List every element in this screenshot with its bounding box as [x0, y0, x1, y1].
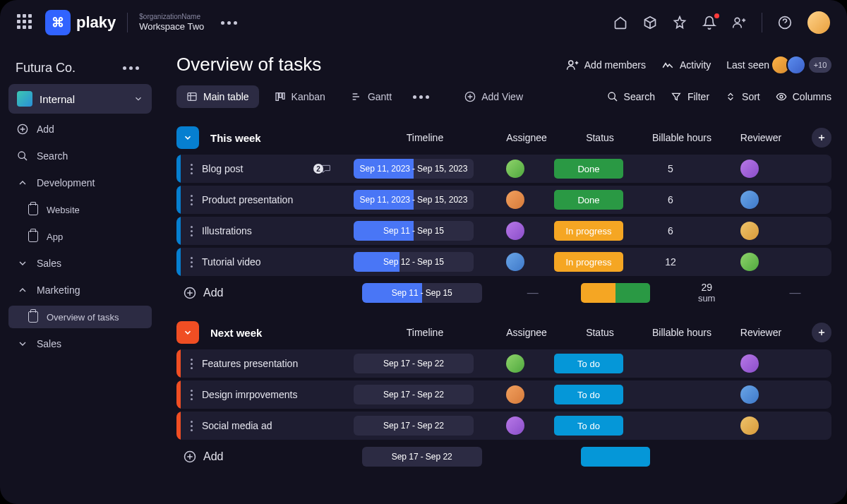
- task-hours[interactable]: 12: [628, 256, 713, 268]
- activity-button[interactable]: Activity: [661, 59, 711, 71]
- task-name[interactable]: Blog post2: [202, 163, 346, 174]
- task-assignee[interactable]: [481, 416, 549, 435]
- task-reviewer[interactable]: [713, 222, 786, 240]
- avatar-stack[interactable]: +10: [775, 55, 831, 75]
- task-timeline[interactable]: Sep 17-Sep 22: [346, 416, 481, 436]
- search-button[interactable]: Search: [607, 91, 655, 102]
- columns-button[interactable]: Columns: [776, 91, 831, 102]
- bell-icon[interactable]: [702, 16, 716, 30]
- task-status[interactable]: Done: [549, 190, 628, 210]
- task-hours[interactable]: 5: [628, 163, 713, 174]
- star-icon[interactable]: [673, 16, 687, 30]
- tab-main-table[interactable]: Main table: [176, 85, 259, 108]
- comment-indicator[interactable]: 2: [313, 163, 332, 174]
- task-assignee[interactable]: [481, 191, 549, 209]
- task-timeline[interactable]: Sep 11, 2023-Sep 15, 2023: [346, 159, 481, 179]
- col-reviewer[interactable]: Reviewer: [724, 132, 798, 143]
- task-name[interactable]: Tutorial video: [202, 256, 346, 268]
- task-assignee[interactable]: [481, 385, 549, 404]
- row-menu-icon[interactable]: [181, 419, 202, 432]
- task-row[interactable]: Tutorial video Sep 12-Sep 15 In progress…: [176, 248, 831, 276]
- task-name[interactable]: Product presentation: [202, 194, 346, 205]
- task-reviewer[interactable]: [713, 385, 786, 404]
- group-toggle[interactable]: [176, 321, 199, 344]
- user-avatar[interactable]: [807, 11, 830, 34]
- task-status[interactable]: To do: [549, 385, 628, 404]
- task-hours[interactable]: 6: [628, 225, 713, 236]
- tab-gantt[interactable]: Gantt: [341, 85, 402, 108]
- sidebar-add[interactable]: Add: [8, 118, 152, 140]
- row-menu-icon[interactable]: [181, 193, 202, 206]
- task-hours[interactable]: 6: [628, 194, 713, 205]
- task-timeline[interactable]: Sep 11, 2023-Sep 15, 2023: [346, 190, 481, 210]
- add-column-button[interactable]: [812, 323, 831, 342]
- task-reviewer[interactable]: [713, 416, 786, 435]
- task-name[interactable]: Social media ad: [202, 420, 346, 431]
- task-status[interactable]: Done: [549, 159, 628, 179]
- more-icon[interactable]: [215, 16, 243, 30]
- sidebar-section-sales-2[interactable]: Sales: [8, 332, 152, 355]
- task-status[interactable]: To do: [549, 354, 628, 373]
- task-row[interactable]: Features presentation Sep 17-Sep 22 To d…: [176, 349, 831, 378]
- task-row[interactable]: Blog post2 Sep 11, 2023-Sep 15, 2023 Don…: [176, 155, 831, 183]
- col-status[interactable]: Status: [560, 327, 639, 338]
- group-name[interactable]: Next week: [210, 327, 346, 339]
- task-name[interactable]: Features presentation: [202, 358, 346, 369]
- task-row[interactable]: Product presentation Sep 11, 2023-Sep 15…: [176, 186, 831, 214]
- task-name[interactable]: Illustrations: [202, 225, 346, 236]
- invite-icon[interactable]: [732, 16, 746, 30]
- row-menu-icon[interactable]: [181, 224, 202, 237]
- col-hours[interactable]: Billable hours: [639, 132, 724, 143]
- row-menu-icon[interactable]: [181, 256, 202, 268]
- task-status[interactable]: To do: [549, 416, 628, 436]
- sidebar-section-sales[interactable]: Sales: [8, 252, 152, 275]
- task-reviewer[interactable]: [713, 354, 786, 373]
- group-toggle[interactable]: [176, 126, 199, 149]
- tab-kanban[interactable]: Kanban: [265, 85, 335, 108]
- add-task-button[interactable]: Add: [176, 287, 344, 299]
- add-view-button[interactable]: Add View: [455, 85, 533, 108]
- row-menu-icon[interactable]: [181, 388, 202, 401]
- task-name[interactable]: Design imrpovements: [202, 389, 346, 400]
- sort-button[interactable]: Sort: [725, 91, 760, 102]
- task-row[interactable]: Social media ad Sep 17-Sep 22 To do: [176, 412, 831, 440]
- row-menu-icon[interactable]: [181, 162, 202, 175]
- task-timeline[interactable]: Sep 11-Sep 15: [346, 221, 481, 241]
- task-assignee[interactable]: [481, 160, 549, 178]
- workspace-dropdown[interactable]: Internal: [8, 84, 152, 114]
- col-assignee[interactable]: Assignee: [493, 327, 560, 338]
- task-reviewer[interactable]: [713, 160, 786, 178]
- sidebar-item-overview-of-tasks[interactable]: Overview of tasks: [8, 306, 152, 328]
- sidebar-section-marketing[interactable]: Marketing: [8, 279, 152, 301]
- apps-icon[interactable]: [17, 14, 34, 31]
- col-timeline[interactable]: Timeline: [357, 132, 493, 143]
- logo[interactable]: ⌘ plaky: [45, 10, 116, 35]
- task-reviewer[interactable]: [713, 191, 786, 209]
- sidebar-item-app[interactable]: App: [8, 225, 152, 248]
- box-icon[interactable]: [643, 16, 657, 30]
- workspace-selector[interactable]: $organizationName Workspace Two: [139, 13, 204, 32]
- task-row[interactable]: Illustrations Sep 11-Sep 15 In progress …: [176, 217, 831, 245]
- task-timeline[interactable]: Sep 12-Sep 15: [346, 252, 481, 272]
- task-timeline[interactable]: Sep 17-Sep 22: [346, 354, 481, 373]
- add-task-button[interactable]: Add: [176, 450, 344, 463]
- col-reviewer[interactable]: Reviewer: [724, 327, 798, 338]
- add-column-button[interactable]: [812, 128, 831, 148]
- sidebar-search[interactable]: Search: [8, 145, 152, 167]
- col-assignee[interactable]: Assignee: [493, 132, 560, 143]
- add-members-button[interactable]: Add members: [566, 59, 646, 71]
- home-icon[interactable]: [613, 16, 627, 30]
- task-assignee[interactable]: [481, 222, 549, 240]
- task-status[interactable]: In progress: [549, 221, 628, 241]
- row-menu-icon[interactable]: [181, 357, 202, 370]
- col-timeline[interactable]: Timeline: [357, 327, 493, 338]
- col-status[interactable]: Status: [560, 132, 639, 143]
- task-assignee[interactable]: [481, 354, 549, 373]
- seen-more-badge[interactable]: +10: [809, 57, 831, 73]
- group-name[interactable]: This week: [210, 132, 346, 144]
- help-icon[interactable]: [778, 16, 792, 30]
- filter-button[interactable]: Filter: [671, 91, 709, 102]
- sidebar-item-website[interactable]: Website: [8, 198, 152, 221]
- sidebar-more-icon[interactable]: [117, 61, 145, 76]
- task-row[interactable]: Design imrpovements Sep 17-Sep 22 To do: [176, 380, 831, 409]
